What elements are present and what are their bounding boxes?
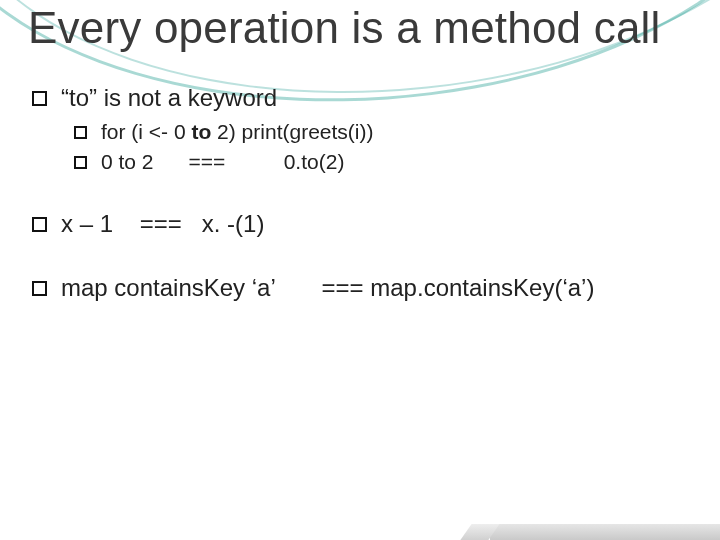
bullet-box-icon (74, 156, 87, 169)
bold-keyword: to (191, 120, 211, 143)
bullet-text: 0 to 2 === 0.to(2) (101, 150, 344, 174)
bullet-level1: “to” is not a keyword (32, 84, 692, 112)
bullet-level2: 0 to 2 === 0.to(2) (74, 150, 692, 174)
bullet-text: map containsKey ‘a’ === map.containsKey(… (61, 274, 594, 302)
slide-body: Every operation is a method call “to” is… (0, 0, 720, 302)
bullet-level2: for (i <- 0 to 2) print(greets(i)) (74, 120, 692, 144)
bullet-text: x – 1 === x. -(1) (61, 210, 264, 238)
slide-title: Every operation is a method call (28, 0, 692, 70)
bullet-text: “to” is not a keyword (61, 84, 277, 112)
bullet-box-icon (74, 126, 87, 139)
bullet-level1: x – 1 === x. -(1) (32, 210, 692, 238)
text-fragment: 2) print(greets(i)) (211, 120, 373, 143)
bullet-box-icon (32, 281, 47, 296)
text-fragment: for (i <- 0 (101, 120, 191, 143)
bullet-box-icon (32, 217, 47, 232)
footer-decoration (490, 524, 720, 540)
bullet-level1: map containsKey ‘a’ === map.containsKey(… (32, 274, 692, 302)
bullet-box-icon (32, 91, 47, 106)
bullet-text: for (i <- 0 to 2) print(greets(i)) (101, 120, 373, 144)
bullet-list: “to” is not a keyword for (i <- 0 to 2) … (28, 84, 692, 302)
